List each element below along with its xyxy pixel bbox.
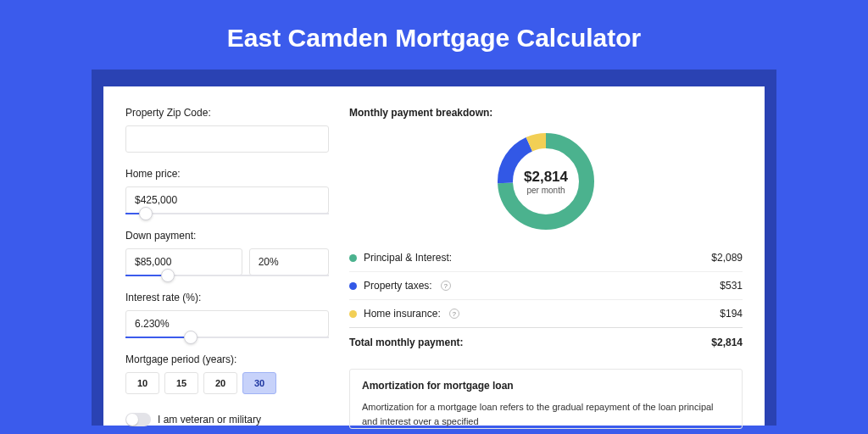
total-row: Total monthly payment: $2,814 <box>349 328 743 357</box>
home-price-input[interactable] <box>125 186 329 214</box>
home-price-slider[interactable] <box>125 213 329 214</box>
donut-chart-wrap: $2,814 per month <box>349 127 743 244</box>
period-btn-15[interactable]: 15 <box>164 372 198 394</box>
amortization-box: Amortization for mortgage loan Amortizat… <box>349 369 743 429</box>
donut-value: $2,814 <box>524 169 568 186</box>
calculator-frame: Property Zip Code: Home price: Down paym… <box>92 70 776 426</box>
interest-input[interactable] <box>125 310 329 337</box>
zip-input[interactable] <box>125 125 329 153</box>
home-price-label: Home price: <box>125 168 329 180</box>
breakdown-title: Monthly payment breakdown: <box>349 107 743 119</box>
total-value: $2,814 <box>711 337 743 348</box>
amortization-text: Amortization for a mortgage loan refers … <box>362 400 730 428</box>
legend-dot <box>349 282 357 290</box>
help-icon[interactable]: ? <box>449 309 459 319</box>
breakdown-label: Property taxes: <box>364 280 432 292</box>
page-title: East Camden Mortgage Calculator <box>0 0 868 70</box>
period-btn-10[interactable]: 10 <box>125 372 159 394</box>
zip-label: Property Zip Code: <box>125 107 329 119</box>
calculator-card: Property Zip Code: Home price: Down paym… <box>103 86 765 426</box>
period-btn-20[interactable]: 20 <box>203 372 237 394</box>
period-group: Mortgage period (years): 10152030 <box>125 353 329 394</box>
home-price-group: Home price: <box>125 168 329 214</box>
period-btn-30[interactable]: 30 <box>242 372 276 394</box>
breakdown-label: Principal & Interest: <box>364 252 452 264</box>
breakdown-label: Home insurance: <box>364 308 441 320</box>
interest-slider[interactable] <box>125 337 329 338</box>
down-payment-pct-input[interactable] <box>249 248 329 275</box>
help-icon[interactable]: ? <box>441 281 451 291</box>
zip-field-group: Property Zip Code: <box>125 107 329 153</box>
breakdown-value: $194 <box>720 308 743 320</box>
donut-sub: per month <box>526 186 565 195</box>
interest-label: Interest rate (%): <box>125 292 329 303</box>
donut-chart: $2,814 per month <box>495 131 597 232</box>
breakdown-row: Home insurance:?$194 <box>349 300 743 328</box>
down-payment-slider-thumb[interactable] <box>161 269 175 282</box>
veteran-row: I am veteran or military <box>125 413 329 426</box>
total-label: Total monthly payment: <box>349 337 463 348</box>
breakdown-row: Principal & Interest:$2,089 <box>349 244 743 272</box>
legend-dot <box>349 310 357 318</box>
toggle-knob <box>126 414 138 426</box>
down-payment-input[interactable] <box>125 248 242 275</box>
down-payment-slider[interactable] <box>125 275 329 276</box>
interest-group: Interest rate (%): <box>125 292 329 338</box>
input-panel: Property Zip Code: Home price: Down paym… <box>125 107 329 426</box>
breakdown-value: $531 <box>720 280 743 292</box>
results-panel: Monthly payment breakdown: $2,814 per mo… <box>349 107 743 426</box>
veteran-toggle[interactable] <box>125 413 151 426</box>
interest-slider-fill <box>125 337 191 338</box>
breakdown-value: $2,089 <box>711 252 743 264</box>
down-payment-group: Down payment: <box>125 230 329 276</box>
interest-slider-thumb[interactable] <box>184 331 198 344</box>
period-label: Mortgage period (years): <box>125 353 329 365</box>
breakdown-row: Property taxes:?$531 <box>349 272 743 300</box>
amortization-title: Amortization for mortgage loan <box>362 380 730 392</box>
down-payment-label: Down payment: <box>125 230 329 242</box>
home-price-slider-thumb[interactable] <box>139 207 153 220</box>
veteran-label: I am veteran or military <box>158 414 261 426</box>
legend-dot <box>349 254 357 262</box>
